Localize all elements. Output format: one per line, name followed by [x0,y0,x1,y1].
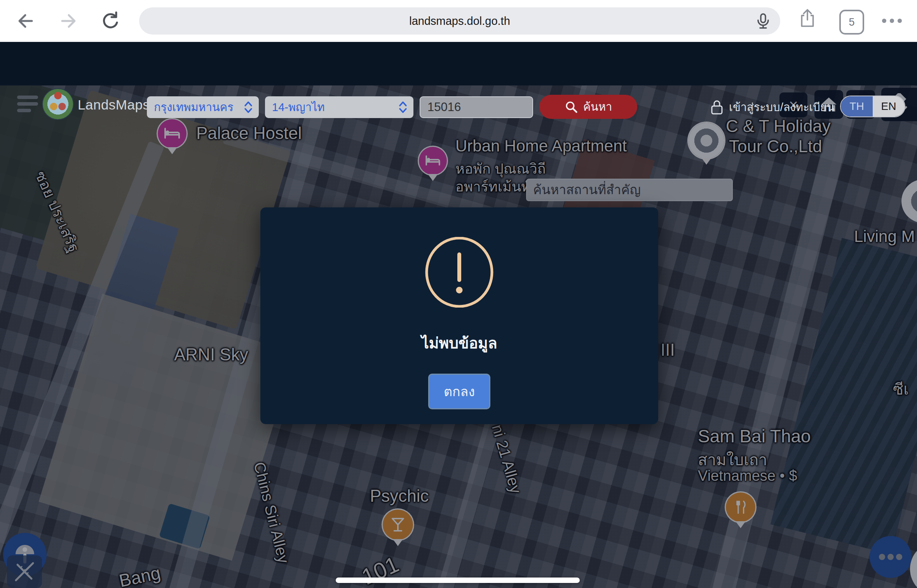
tab-count: 5 [849,16,854,28]
district-value: 14-พญาไท [272,98,325,116]
dol-logo [43,89,73,119]
province-value: กรุงเทพมหานคร [154,98,234,116]
home-indicator[interactable] [336,578,580,583]
no-data-dialog: ไม่พบข้อมูล ตกลง [260,207,658,424]
dialog-message: ไม่พบข้อมูล [421,331,497,355]
menu-icon[interactable] [17,96,38,113]
province-select[interactable]: กรุงเทพมหานคร [147,96,259,118]
district-select[interactable]: 14-พญาไท [265,96,413,118]
app-header: LandsMaps กรุงเทพมหานคร 14-พญาไท ค้นหา เ… [0,42,917,85]
browser-toolbar: landsmaps.dol.go.th 5 [0,0,917,42]
lang-en[interactable]: EN [873,96,905,117]
back-icon[interactable] [16,11,36,31]
login-label: เข้าสู่ระบบ/ลงทะเบียน [729,98,835,116]
ok-button-label: ตกลง [444,381,475,402]
search-button[interactable]: ค้นหา [539,95,637,119]
warning-icon [424,237,495,308]
search-button-label: ค้นหา [583,98,612,116]
search-icon [565,100,578,113]
share-icon[interactable] [797,9,818,29]
language-toggle[interactable]: TH EN [840,96,905,117]
tabs-button[interactable]: 5 [839,10,864,35]
lang-th[interactable]: TH [841,96,873,117]
lock-icon [710,99,723,115]
url-text: landsmaps.dol.go.th [139,7,780,35]
mic-icon[interactable] [755,12,772,30]
url-bar[interactable]: landsmaps.dol.go.th [139,7,780,35]
reload-icon[interactable] [100,11,120,31]
select-chevrons-icon [398,101,408,114]
map-canvas[interactable]: Palace Hostel Urban Home Apartment หอพัก… [0,85,917,588]
select-chevrons-icon [243,101,253,114]
app-title: LandsMaps [78,97,150,113]
ok-button[interactable]: ตกลง [428,374,490,409]
browser-menu-icon[interactable] [882,19,902,23]
forward-icon[interactable] [58,11,78,31]
login-link[interactable]: เข้าสู่ระบบ/ลงทะเบียน [710,98,835,116]
parcel-number-input[interactable] [420,96,533,118]
